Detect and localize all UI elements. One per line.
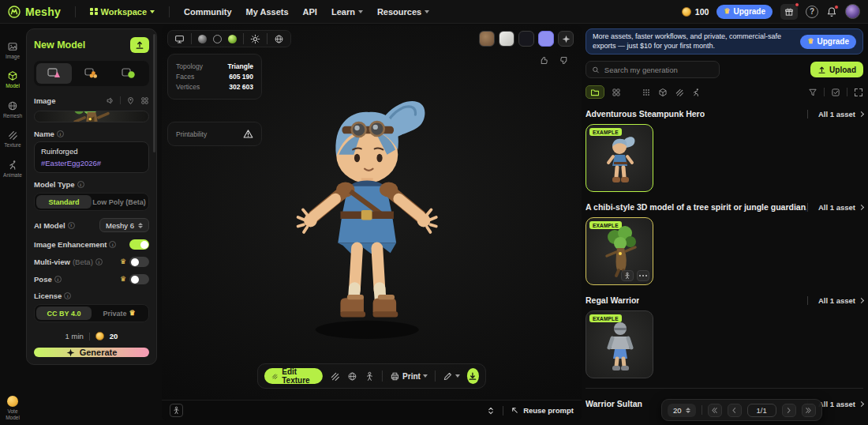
remesh-button[interactable] [347, 371, 357, 382]
lighting-icon[interactable] [250, 34, 260, 44]
rail-item-texture[interactable]: Texture [0, 130, 25, 148]
image-preview[interactable] [34, 111, 149, 122]
info-icon[interactable] [77, 181, 84, 188]
filter-funnel-icon[interactable] [808, 88, 817, 97]
rail-item-model[interactable]: Model [0, 70, 25, 88]
ai-model-select[interactable]: Meshy 6 [99, 218, 149, 232]
grid-view-icon[interactable] [612, 88, 621, 97]
license-cc[interactable]: CC BY 4.0 [36, 307, 92, 320]
tab-text-to-3d[interactable] [111, 63, 147, 84]
upload-asset-button[interactable]: Upload [810, 62, 863, 77]
rig-button[interactable] [365, 371, 375, 382]
info-icon[interactable] [68, 222, 75, 229]
next-page-button[interactable] [782, 404, 796, 417]
asset-card-regal-warrior[interactable]: EXAMPLE [586, 310, 653, 378]
pose-preview-button[interactable] [170, 404, 183, 417]
image-audio-icon[interactable] [106, 96, 114, 105]
viewport-footer: Reuse prompt [162, 400, 582, 420]
sort-icon[interactable] [486, 406, 496, 416]
rail-item-animate[interactable]: Animate [0, 160, 25, 178]
no-texture-chip[interactable] [558, 31, 574, 47]
rail-item-image[interactable]: Image [0, 41, 25, 59]
thumbs-up-icon[interactable] [539, 55, 549, 66]
search-input[interactable] [604, 66, 713, 74]
info-icon[interactable] [57, 130, 64, 137]
nav-workspace[interactable]: Workspace [90, 7, 155, 17]
download-button[interactable] [467, 368, 479, 384]
print-button[interactable]: Print [390, 371, 428, 382]
textured-view-icon[interactable] [228, 35, 237, 43]
first-page-button[interactable] [708, 404, 722, 417]
filter-textures-icon[interactable] [675, 88, 684, 97]
image-grid-icon[interactable] [140, 96, 149, 105]
last-page-button[interactable] [802, 404, 816, 417]
thumbs-down-icon[interactable] [559, 55, 569, 66]
retexture-button[interactable] [330, 371, 340, 382]
more-actions-button[interactable] [637, 270, 649, 281]
info-icon[interactable] [54, 276, 62, 283]
nav-community[interactable]: Community [184, 7, 232, 17]
vote-model-button[interactable]: Vote Model [0, 396, 25, 420]
panel-scrollbar[interactable] [153, 34, 155, 152]
all-assets-icon[interactable] [642, 88, 651, 97]
help-button[interactable] [806, 6, 818, 18]
multiview-toggle[interactable] [129, 257, 149, 267]
panel-upload-button[interactable] [130, 37, 149, 53]
all-assets-link[interactable]: All 1 asset [807, 203, 863, 212]
model-type-standard[interactable]: Standard [36, 195, 92, 209]
multi-select-icon[interactable] [831, 88, 840, 97]
chevron-right-icon [859, 111, 864, 117]
model-character[interactable] [274, 87, 470, 381]
license-private[interactable]: Private♛ [92, 307, 147, 320]
asset-card-tree-spirit[interactable]: EXAMPLE [586, 217, 653, 285]
mesh-stats-card: Topology Triangle Faces 605 190 Vertices… [167, 54, 262, 100]
nav-my-assets[interactable]: My Assets [246, 7, 289, 17]
expand-panel-icon[interactable] [854, 88, 863, 97]
tab-multi-image-to-3d[interactable] [73, 63, 109, 84]
credits-balance[interactable]: 100 [682, 7, 709, 17]
filter-animations-icon[interactable] [691, 88, 701, 97]
basecolor-map-chip[interactable] [479, 31, 495, 47]
model-type-lowpoly[interactable]: Low Poly (Beta) [92, 195, 147, 209]
shaded-view-icon[interactable] [198, 35, 207, 43]
viewport[interactable]: Topology Triangle Faces 605 190 Vertices… [162, 25, 582, 420]
image-pin-icon[interactable] [126, 96, 135, 105]
nav-learn[interactable]: Learn [331, 7, 363, 17]
folder-view-button[interactable] [586, 85, 604, 99]
metallic-map-chip[interactable] [518, 31, 534, 47]
banner-upgrade-button[interactable]: ♛ Upgrade [800, 35, 856, 49]
info-icon[interactable] [64, 292, 71, 299]
wireframe-view-icon[interactable] [213, 35, 222, 43]
printability-card[interactable]: Printability [167, 122, 262, 146]
roughness-map-chip[interactable] [499, 31, 514, 47]
info-icon[interactable] [95, 258, 103, 265]
tab-image-to-3d[interactable] [36, 63, 72, 84]
display-icon[interactable] [174, 34, 185, 44]
nav-api[interactable]: API [303, 7, 317, 17]
nav-resources[interactable]: Resources [377, 7, 429, 17]
all-assets-link[interactable]: All 1 asset [807, 296, 863, 305]
asset-card-steampunk-hero[interactable]: EXAMPLE [586, 124, 653, 192]
filter-models-icon[interactable] [658, 88, 668, 97]
page-size-select[interactable]: 20 [668, 404, 696, 417]
name-field[interactable]: Ruinforged #EasterEgg2026# [34, 141, 149, 173]
all-assets-link[interactable]: All 1 asset [807, 110, 863, 118]
pose-toggle[interactable] [129, 274, 149, 284]
rail-item-remesh[interactable]: Remesh [0, 100, 25, 118]
edit-texture-button[interactable]: Edit Texture [264, 368, 323, 384]
prev-page-button[interactable] [728, 404, 742, 417]
reuse-prompt-button[interactable]: Reuse prompt [511, 406, 574, 415]
rewards-button[interactable] [780, 4, 798, 20]
new-model-panel: New Model [26, 28, 157, 365]
brand[interactable]: Meshy [8, 6, 61, 18]
upgrade-button[interactable]: ♛ Upgrade [716, 5, 773, 19]
environment-icon[interactable] [274, 34, 284, 44]
notifications-button[interactable] [826, 6, 837, 17]
edit-menu-button[interactable] [443, 371, 460, 382]
info-icon[interactable] [109, 241, 116, 248]
normal-map-chip[interactable] [538, 31, 554, 47]
generate-button[interactable]: Generate [34, 348, 149, 357]
avatar[interactable] [845, 4, 860, 19]
rig-action-button[interactable] [621, 270, 634, 281]
image-enhancement-toggle[interactable] [129, 239, 149, 250]
